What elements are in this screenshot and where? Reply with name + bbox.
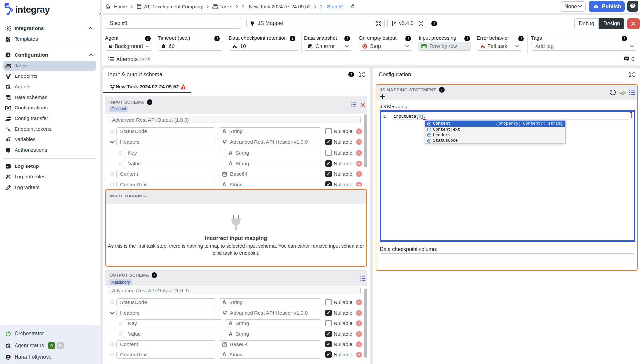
svg-text:?: ?: [632, 4, 634, 8]
